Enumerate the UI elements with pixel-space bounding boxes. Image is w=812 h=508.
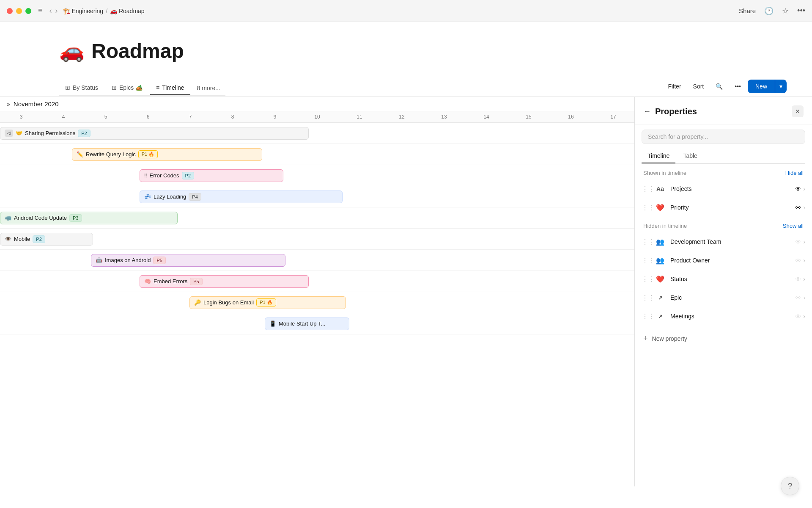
task-bar-android-code[interactable]: 🦏 Android Code Update P3 (0, 212, 178, 224)
history-icon[interactable]: 🕐 (764, 6, 774, 16)
product-owner-visibility-toggle[interactable]: 👁 (795, 257, 801, 264)
priority-icon: ❤️ (654, 202, 666, 213)
panel-close-button[interactable]: ✕ (792, 105, 804, 117)
main-layout: » November 2020 3 4 5 6 7 8 9 10 11 12 1… (0, 97, 812, 486)
task-bar-error-codes[interactable]: ‼️ Error Codes P2 (140, 169, 283, 182)
epic-icon: ↗ (654, 292, 666, 304)
star-icon[interactable]: ☆ (782, 6, 789, 16)
meetings-expand-button[interactable]: › (803, 313, 805, 320)
property-item-dev-team: ⋮⋮ 👥 Development Team 👁 › (635, 232, 812, 251)
share-button[interactable]: Share (739, 7, 756, 14)
dev-team-icon: 👥 (654, 236, 666, 248)
minimize-window-button[interactable] (16, 8, 22, 14)
property-item-priority: ⋮⋮ ❤️ Priority 👁 › (635, 198, 812, 217)
tab-timeline[interactable]: ≡ Timeline (150, 81, 190, 95)
task-name: Mobile Start Up T... (279, 320, 325, 327)
date-13: 13 (423, 114, 465, 120)
panel-tab-table[interactable]: Table (677, 149, 703, 163)
product-owner-expand-button[interactable]: › (803, 257, 805, 264)
new-property-button[interactable]: + New property (635, 329, 812, 348)
projects-visibility-toggle[interactable]: 👁 (795, 185, 801, 193)
priority-badge: P2 (78, 130, 90, 137)
dev-team-expand-button[interactable]: › (803, 238, 805, 245)
projects-expand-button[interactable]: › (803, 185, 805, 192)
dev-team-visibility-toggle[interactable]: 👁 (795, 238, 801, 246)
task-emoji: 📱 (269, 320, 276, 327)
tab-epics[interactable]: ⊞ Epics 🏕️ (106, 81, 148, 95)
drag-handle-projects[interactable]: ⋮⋮ (642, 185, 650, 193)
drag-handle-epic[interactable]: ⋮⋮ (642, 294, 650, 302)
product-owner-icon: 👥 (654, 254, 666, 266)
task-emoji: 🤖 (96, 257, 102, 263)
product-owner-actions: 👁 › (795, 257, 805, 264)
task-emoji: 🦏 (5, 215, 11, 221)
task-bar-login-bugs[interactable]: 🔑 Login Bugs on Email P1 🔥 (189, 296, 346, 309)
drag-handle-priority[interactable]: ⋮⋮ (642, 204, 650, 212)
status-label: Status (670, 276, 791, 282)
epic-visibility-toggle[interactable]: 👁 (795, 294, 801, 301)
property-item-product-owner: ⋮⋮ 👥 Product Owner 👁 › (635, 251, 812, 270)
breadcrumb-separator: / (106, 8, 107, 14)
more-tabs-button[interactable]: 8 more... (192, 81, 225, 95)
projects-label: Projects (670, 185, 791, 192)
property-search-input[interactable]: Search for a property... (642, 130, 805, 144)
meetings-visibility-toggle[interactable]: 👁 (795, 313, 801, 320)
search-button[interactable]: 🔍 (710, 80, 728, 93)
drag-handle-meetings[interactable]: ⋮⋮ (642, 312, 650, 320)
priority-expand-button[interactable]: › (803, 204, 805, 211)
nav-arrows: ‹ › (49, 6, 58, 15)
meetings-icon: ↗ (654, 310, 666, 322)
breadcrumb-page[interactable]: 🚗 Roadmap (110, 8, 145, 14)
filter-button[interactable]: Filter (663, 80, 686, 93)
date-10: 10 (296, 114, 338, 120)
drag-handle-dev-team[interactable]: ⋮⋮ (642, 238, 650, 246)
status-actions: 👁 › (795, 276, 805, 283)
breadcrumb-workspace[interactable]: 🏗️ Engineering (63, 8, 104, 14)
priority-visibility-toggle[interactable]: 👁 (795, 204, 801, 211)
date-9: 9 (254, 114, 296, 120)
timeline-nav[interactable]: » November 2020 (0, 100, 66, 108)
task-bar-rewrite-query[interactable]: ✏️ Rewrite Query Logic P1 🔥 (72, 148, 262, 161)
close-window-button[interactable] (7, 8, 13, 14)
property-item-epic: ⋮⋮ ↗ Epic 👁 › (635, 288, 812, 307)
status-expand-button[interactable]: › (803, 276, 805, 282)
menu-icon[interactable]: ≡ (38, 6, 43, 15)
hide-all-button[interactable]: Hide all (785, 170, 804, 176)
sort-button[interactable]: Sort (688, 80, 709, 93)
show-all-button[interactable]: Show all (783, 223, 804, 229)
date-16: 16 (550, 114, 592, 120)
back-nav-icon[interactable]: ◁ (5, 130, 13, 137)
task-bar-sharing-permissions[interactable]: ◁ 🤝 Sharing Permissions P2 (0, 127, 309, 140)
new-button-dropdown[interactable]: ▾ (775, 80, 787, 93)
drag-handle-status[interactable]: ⋮⋮ (642, 275, 650, 283)
task-name: Login Bugs on Email (203, 299, 254, 306)
panel-tab-timeline[interactable]: Timeline (642, 149, 675, 163)
task-bar-mobile[interactable]: 👁️ Mobile P2 (0, 233, 93, 246)
view-toolbar-area: ⊞ By Status ⊞ Epics 🏕️ ≡ Timeline 8 more… (0, 76, 812, 97)
task-bar-embed-errors[interactable]: 🧠 Embed Errors P5 (140, 275, 309, 288)
task-bar-images-android[interactable]: 🤖 Images on Android P5 (91, 254, 285, 267)
task-bar-lazy-loading[interactable]: 💤 Lazy Loading P4 (140, 190, 343, 203)
task-row: 🔑 Login Bugs on Email P1 🔥 (0, 292, 634, 313)
date-14: 14 (465, 114, 508, 120)
tab-by-status[interactable]: ⊞ By Status (59, 81, 104, 95)
more-options-icon[interactable]: ••• (797, 6, 805, 15)
epic-expand-button[interactable]: › (803, 294, 805, 301)
fullscreen-window-button[interactable] (25, 8, 31, 14)
filter-label: Filter (668, 83, 681, 90)
new-button[interactable]: New (748, 80, 775, 93)
panel-back-button[interactable]: ← (643, 107, 651, 116)
back-button[interactable]: ‹ (49, 6, 52, 15)
help-button[interactable]: ? (781, 477, 799, 495)
forward-button[interactable]: › (55, 6, 58, 15)
date-8: 8 (211, 114, 254, 120)
drag-handle-product-owner[interactable]: ⋮⋮ (642, 257, 650, 265)
more-toolbar-button[interactable]: ••• (730, 80, 746, 93)
meetings-label: Meetings (670, 313, 791, 320)
task-row: 📱 Mobile Start Up T... (0, 313, 634, 334)
status-visibility-toggle[interactable]: 👁 (795, 276, 801, 283)
task-row: 💤 Lazy Loading P4 (0, 186, 634, 207)
page-title-text: Roadmap (91, 39, 184, 63)
task-bar-mobile-startup[interactable]: 📱 Mobile Start Up T... (265, 318, 349, 330)
task-row: ◁ 🤝 Sharing Permissions P2 (0, 123, 634, 144)
